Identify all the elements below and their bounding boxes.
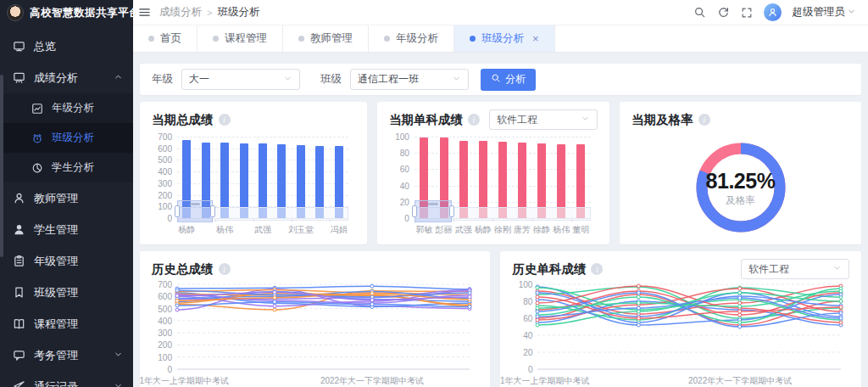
sidebar-item-overview[interactable]: 总览 (0, 31, 133, 62)
chevron-down-icon (114, 350, 123, 359)
fullscreen-icon[interactable] (741, 7, 753, 19)
data-point-marker (839, 317, 843, 320)
info-icon[interactable]: i (591, 263, 603, 275)
data-zoom-handle-left[interactable] (175, 205, 180, 217)
chevron-down-icon (832, 263, 842, 272)
chevron-down-icon (283, 74, 292, 83)
grade-filter-label: 年级 (152, 72, 173, 87)
x-axis-tick-label: 唐芳 (514, 224, 531, 236)
sidebar-item-exam-management[interactable]: 考务管理 (0, 339, 133, 371)
user-menu[interactable]: 超级管理员 (793, 5, 857, 20)
analyze-button[interactable]: 分析 (481, 69, 536, 91)
current-subject-bar-chart: 020406080100郭敏彭丽武强杨静徐刚唐芳徐静杨伟董明 (389, 132, 598, 244)
subject-select[interactable]: 软件工程 (741, 259, 849, 279)
sidebar-item-access-records[interactable]: 通行记录 (0, 371, 133, 387)
sidebar-item-teacher-management[interactable]: 教师管理 (0, 182, 133, 214)
tab-teacher-management[interactable]: 教师管理 (283, 25, 369, 52)
class-select[interactable]: 通信工程一班 (350, 69, 469, 90)
sidebar-item-grade-management[interactable]: 年级管理 (0, 245, 133, 277)
tab-class-analysis[interactable]: 班级分析× (454, 25, 555, 52)
data-point-marker (738, 305, 742, 308)
expand-icon (741, 7, 753, 19)
chevron-down-icon (452, 74, 461, 83)
tab-status-dot (298, 36, 304, 42)
x-axis-tick-label: 董明 (572, 224, 589, 236)
user-icon (13, 192, 25, 205)
sidebar-item-course-management[interactable]: 课程管理 (0, 308, 133, 339)
data-point-marker (370, 299, 374, 302)
alarm-icon (31, 132, 43, 144)
user-avatar[interactable] (764, 3, 782, 21)
refresh-icon[interactable] (717, 6, 730, 19)
line-chart-canvas (152, 281, 478, 387)
sidebar-item-class-analysis[interactable]: 班级分析 (0, 123, 133, 153)
monitor-icon (13, 40, 25, 53)
sidebar-item-class-management[interactable]: 班级管理 (0, 277, 133, 308)
tab-bar: 首页课程管理教师管理年级分析班级分析× (133, 25, 868, 53)
x-axis-tick-label: 2022年大一下学期期中考试 (688, 375, 792, 387)
tab-grade-analysis[interactable]: 年级分析 (369, 25, 454, 52)
close-icon[interactable]: × (532, 32, 539, 45)
tab-label: 课程管理 (225, 31, 267, 46)
data-zoom-window[interactable] (415, 200, 452, 222)
current-total-bar-chart: 0100200300400500600700杨静杨伟武强刘玉堂冯娟 (152, 132, 355, 244)
grade-select[interactable]: 大一 (181, 69, 300, 90)
data-point-marker (536, 315, 539, 318)
tab-course-management[interactable]: 课程管理 (198, 25, 283, 52)
data-zoom-grip[interactable] (190, 203, 200, 205)
y-axis-tick-label: 200 (152, 340, 172, 350)
sidebar-item-student-management[interactable]: 学生管理 (0, 214, 133, 245)
info-icon[interactable]: i (219, 114, 231, 126)
app-logo-row: 高校智慧数据共享平台 (0, 0, 133, 25)
data-zoom-handle-right[interactable] (210, 205, 215, 217)
data-point-marker (273, 305, 276, 308)
tab-home[interactable]: 首页 (133, 25, 198, 52)
data-zoom-handle-right[interactable] (449, 205, 454, 217)
chevron-down-icon (847, 7, 856, 16)
search-icon[interactable] (693, 6, 706, 19)
info-icon[interactable]: i (219, 263, 231, 275)
y-axis-tick-label: 500 (152, 305, 172, 314)
card-title: 当期单科成绩 (389, 112, 463, 128)
tab-status-dot (148, 36, 154, 42)
sidebar-item-label: 成绩分析 (34, 70, 78, 86)
data-point-marker (637, 291, 641, 294)
collapse-sidebar-icon[interactable] (138, 6, 151, 19)
breadcrumb-parent[interactable]: 成绩分析 (159, 5, 202, 20)
data-zoom-grip[interactable] (428, 203, 438, 205)
data-zoom-window[interactable] (177, 200, 213, 222)
data-point-marker (175, 294, 179, 298)
data-point-marker (536, 286, 539, 289)
x-axis-tick-label: 冯娟 (331, 224, 348, 236)
chevron-down-icon (452, 74, 461, 86)
card-history-total-score: 历史总成绩 i 01002003004005006007002021年大一上学期… (140, 251, 490, 387)
info-icon[interactable]: i (468, 114, 480, 126)
data-zoom-handle-left[interactable] (412, 205, 417, 217)
sidebar-item-grade-analysis[interactable]: 年级分析 (0, 93, 133, 123)
filter-bar: 年级 大一 班级 通信工程一班 分析 (140, 64, 861, 95)
data-point-marker (637, 323, 641, 327)
chevron-down-icon (114, 381, 123, 387)
data-point-marker (536, 291, 539, 294)
y-axis-tick-label: 300 (152, 328, 172, 338)
sidebar-item-label: 课程管理 (34, 317, 78, 332)
pass-rate-donut-chart: 81.25% 及格率 (632, 132, 849, 244)
data-point-marker (175, 289, 179, 292)
sidebar-scrollbar[interactable] (0, 75, 3, 257)
x-axis-tick-label: 彭丽 (436, 224, 453, 236)
send-icon (13, 380, 25, 387)
app-logo-avatar (7, 4, 24, 21)
tab-status-dot (213, 36, 219, 42)
x-axis-tick-label: 武强 (455, 224, 472, 236)
data-point-marker (738, 287, 742, 290)
info-icon[interactable]: i (698, 114, 710, 126)
sidebar-item-score-analysis[interactable]: 成绩分析 (0, 62, 133, 93)
sidebar-item-label: 通行记录 (34, 379, 78, 387)
card-current-total-score: 当期总成绩 i 0100200300400500600700杨静杨伟武强刘玉堂冯… (140, 102, 367, 244)
x-axis-tick-label: 武强 (254, 224, 271, 236)
sidebar-item-student-analysis[interactable]: 学生分析 (0, 153, 133, 182)
subject-select[interactable]: 软件工程 (489, 109, 598, 130)
content-area: 年级 大一 班级 通信工程一班 分析 当期总成绩 i 0100200300 (133, 53, 868, 387)
data-point-marker (175, 304, 179, 307)
donut-chart-canvas (693, 140, 788, 235)
